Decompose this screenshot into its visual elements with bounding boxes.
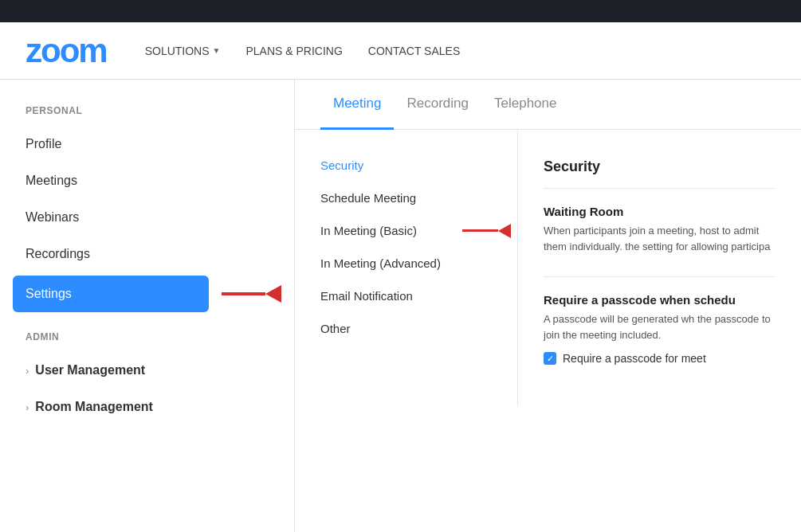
sidebar-item-settings[interactable]: Settings — [13, 276, 209, 312]
tab-meeting[interactable]: Meeting — [320, 80, 394, 130]
sidebar-item-meetings[interactable]: Meetings — [0, 162, 294, 199]
passcode-checkbox-label: Require a passcode for meet — [563, 352, 706, 365]
zoom-logo[interactable]: zoom — [26, 32, 107, 70]
nav-contact-sales[interactable]: CONTACT SALES — [368, 45, 460, 57]
sidebar-item-user-management[interactable]: › User Management — [0, 352, 294, 389]
sidebar-item-room-management[interactable]: › Room Management — [0, 389, 294, 425]
nav-plans[interactable]: PLANS & PRICING — [245, 45, 342, 57]
passcode-setting: Require a passcode when schedu A passcod… — [544, 293, 775, 365]
arrow-head-icon — [265, 285, 281, 303]
in-meeting-arrow-indicator — [462, 224, 517, 238]
settings-nav-other[interactable]: Other — [295, 312, 517, 345]
room-mgmt-chevron-icon: › — [26, 401, 29, 413]
settings-nav-schedule-meeting[interactable]: Schedule Meeting — [295, 182, 517, 214]
solutions-chevron-icon: ▼ — [213, 46, 221, 55]
waiting-room-setting: Waiting Room When participants join a me… — [544, 205, 775, 254]
nav-solutions[interactable]: SOLUTIONS ▼ — [145, 45, 221, 57]
settings-nav: Security Schedule Meeting In Meeting (Ba… — [295, 130, 518, 406]
sidebar: PERSONAL Profile Meetings Webinars Recor… — [0, 80, 295, 532]
settings-content: Security Schedule Meeting In Meeting (Ba… — [295, 130, 801, 406]
admin-section-label: ADMIN — [0, 331, 294, 342]
user-mgmt-chevron-icon: › — [26, 365, 29, 377]
passcode-checkbox-row: ✓ Require a passcode for meet — [544, 352, 775, 365]
sidebar-item-webinars[interactable]: Webinars — [0, 199, 294, 236]
passcode-title: Require a passcode when schedu — [544, 293, 775, 307]
tab-recording[interactable]: Recording — [394, 80, 481, 130]
personal-section-label: PERSONAL — [0, 105, 294, 116]
tabs-bar: Meeting Recording Telephone — [295, 80, 801, 130]
sidebar-item-profile[interactable]: Profile — [0, 126, 294, 162]
sidebar-item-recordings[interactable]: Recordings — [0, 236, 294, 272]
settings-nav-in-meeting-basic[interactable]: In Meeting (Basic) — [295, 214, 462, 247]
main-nav: SOLUTIONS ▼ PLANS & PRICING CONTACT SALE… — [145, 45, 461, 57]
in-meeting-arrow-shaft — [462, 229, 498, 232]
main-layout: PERSONAL Profile Meetings Webinars Recor… — [0, 80, 801, 532]
top-bar — [0, 0, 801, 22]
settings-panel: Security Waiting Room When participants … — [518, 130, 801, 406]
security-section-title: Security — [544, 149, 775, 189]
settings-nav-in-meeting-basic-row: In Meeting (Basic) — [295, 214, 517, 247]
header: zoom SOLUTIONS ▼ PLANS & PRICING CONTACT… — [0, 22, 801, 80]
arrow-shaft — [222, 292, 265, 295]
waiting-room-title: Waiting Room — [544, 205, 775, 218]
waiting-room-desc: When participants join a meeting, host t… — [544, 223, 775, 254]
settings-nav-email-notification[interactable]: Email Notification — [295, 280, 517, 312]
tab-telephone[interactable]: Telephone — [481, 80, 569, 130]
settings-divider — [544, 276, 775, 277]
settings-nav-in-meeting-advanced[interactable]: In Meeting (Advanced) — [295, 247, 517, 280]
settings-arrow-indicator — [222, 285, 281, 303]
settings-nav-security[interactable]: Security — [295, 149, 517, 182]
passcode-checkbox[interactable]: ✓ — [544, 352, 556, 365]
content-area: Meeting Recording Telephone Security Sch… — [295, 80, 801, 532]
passcode-desc: A passcode will be generated wh the pass… — [544, 311, 775, 342]
admin-section: ADMIN › User Management › Room Managemen… — [0, 331, 294, 425]
in-meeting-arrow-head-icon — [498, 224, 511, 238]
